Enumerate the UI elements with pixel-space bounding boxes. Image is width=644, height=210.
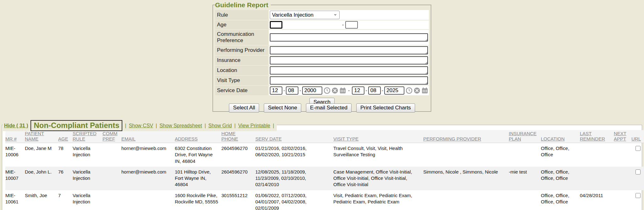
- cell-provider: [423, 143, 509, 167]
- age-to-input[interactable]: [345, 21, 358, 29]
- cell-location: Office, Office, Office, Office: [541, 190, 580, 210]
- cell-insurance: [509, 190, 541, 210]
- cell-provider: Simmons, Nicole , Simmons, Nicole: [423, 167, 509, 190]
- calendar-icon[interactable]: [422, 87, 428, 94]
- cell-next: [614, 190, 631, 210]
- patient-row: MIE-10061Smith, Joe7Varicella Injection1…: [5, 190, 644, 210]
- email-selected-button[interactable]: E-mail Selected: [306, 103, 352, 113]
- sort-link-age[interactable]: AGE: [58, 136, 68, 141]
- sort-link-mr[interactable]: MR #: [5, 136, 17, 141]
- location-label: Location: [215, 66, 268, 75]
- service-date-from-month[interactable]: [270, 86, 282, 95]
- sort-link-phone[interactable]: HOME PHONE: [221, 131, 238, 141]
- calendar-icon[interactable]: [340, 87, 346, 94]
- sort-link-email[interactable]: EMAIL: [121, 136, 136, 141]
- visit-type-input[interactable]: [270, 76, 428, 85]
- column-header-mr: MR #: [5, 130, 25, 143]
- column-header-next: NEXT APPT: [614, 130, 631, 143]
- selection-actions: Select All Select None E-mail Selected P…: [213, 103, 431, 113]
- row-select-checkbox[interactable]: [636, 193, 641, 198]
- service-date-to-day[interactable]: [368, 86, 381, 95]
- cell-age: 7: [58, 190, 73, 210]
- cell-insurance: [509, 143, 541, 167]
- clear-date-icon[interactable]: [414, 87, 420, 94]
- location-row: Location: [215, 66, 429, 75]
- patients-table: MR #PATIENT NAMEAGESCRIPTED RULECOMM PRE…: [5, 130, 644, 210]
- cell-visit: Visit, Pediatric Exam, Pediatric Exam, P…: [333, 190, 423, 210]
- cell-mr: MIE-10006: [5, 143, 25, 167]
- hide-count-link[interactable]: Hide ( 31 ): [4, 123, 28, 129]
- print-selected-charts-button[interactable]: Print Selected Charts: [356, 103, 415, 113]
- row-select-checkbox[interactable]: [636, 169, 641, 174]
- cell-address: 6302 Constitution Drive, Fort Wayne IN, …: [175, 143, 221, 167]
- select-none-button[interactable]: Select None: [264, 103, 301, 113]
- view-printable-link[interactable]: View Printable: [238, 123, 270, 129]
- column-header-insurance: INSURANCE PLAN: [509, 130, 541, 143]
- sort-link-rule[interactable]: SCRIPTED RULE: [73, 131, 97, 141]
- clock-icon[interactable]: [406, 87, 412, 94]
- cell-insurance: -mie test: [509, 167, 541, 190]
- cell-serv: 12/08/2025, 11/18/2009, 11/23/2009, 02/1…: [255, 167, 333, 190]
- column-header-name: PATIENT NAME: [25, 130, 58, 143]
- comm-pref-row: Communication Preference: [215, 30, 429, 45]
- show-grid-link[interactable]: Show Grid: [208, 123, 232, 129]
- cell-email: [121, 190, 175, 210]
- sort-link-visit[interactable]: VISIT TYPE: [333, 136, 358, 141]
- sort-link-last[interactable]: LAST REMINDER: [580, 131, 605, 141]
- cell-age: 78: [58, 143, 73, 167]
- comm-pref-input[interactable]: [270, 33, 428, 41]
- cell-age: 76: [58, 167, 73, 190]
- sort-link-address[interactable]: ADDRESS: [175, 136, 198, 141]
- link-separator: |: [234, 123, 236, 129]
- column-header-provider: PERFORMING PROVIDER: [423, 130, 509, 143]
- rule-select[interactable]: Varicella Injection: [270, 11, 340, 19]
- guideline-report-form: Guideline Report Rule Varicella Injectio…: [213, 1, 431, 112]
- sort-link-location[interactable]: LOCATION: [541, 136, 565, 141]
- sort-link-serv[interactable]: SERV DATE: [255, 136, 282, 141]
- sort-link-url[interactable]: URL: [631, 136, 641, 141]
- patients-section-header: Hide ( 31 ) Non-Compliant Patients | Sho…: [3, 120, 277, 131]
- visit-type-label: Visit Type: [215, 76, 268, 85]
- sort-link-insurance[interactable]: INSURANCE PLAN: [509, 131, 536, 141]
- sort-link-next[interactable]: NEXT APPT: [614, 131, 626, 141]
- service-date-from-year[interactable]: [302, 86, 322, 95]
- insurance-input[interactable]: [270, 56, 428, 64]
- row-select-checkbox[interactable]: [636, 146, 641, 151]
- cell-email: horner@mieweb.com: [121, 167, 175, 190]
- service-date-from-day[interactable]: [286, 86, 298, 95]
- service-date-to-year[interactable]: [384, 86, 404, 95]
- cell-next: [614, 167, 631, 190]
- clear-date-icon[interactable]: [332, 87, 338, 94]
- performing-provider-input[interactable]: [270, 46, 428, 54]
- comm-pref-label: Communication Preference: [215, 30, 268, 45]
- cell-last: [580, 167, 614, 190]
- column-header-location: LOCATION: [541, 130, 580, 143]
- cell-rule: Varicella Injection: [73, 143, 103, 167]
- sort-link-provider[interactable]: PERFORMING PROVIDER: [423, 136, 481, 141]
- show-csv-link[interactable]: Show CSV: [129, 123, 153, 129]
- show-spreadsheet-link[interactable]: Show Spreadsheet: [159, 123, 202, 129]
- date-sep: -: [299, 88, 301, 93]
- column-header-comm: COMM PREF: [103, 130, 121, 143]
- cell-provider: [423, 190, 509, 210]
- patient-row: MIE-10007Doe, John L.76Varicella Injecti…: [5, 167, 644, 190]
- sort-link-name[interactable]: PATIENT NAME: [25, 131, 44, 141]
- cell-last: 04/28/2011: [580, 190, 614, 210]
- patients-table-body: MIE-10006Doe, Jane M78Varicella Injectio…: [5, 143, 644, 210]
- cell-comm: [103, 190, 121, 210]
- column-header-url: URL: [631, 130, 644, 143]
- sort-link-comm[interactable]: COMM PREF: [103, 131, 118, 141]
- visit-type-row: Visit Type: [215, 76, 429, 85]
- section-title: Non-Compliant Patients: [34, 121, 119, 130]
- cell-phone: 3015551212: [221, 190, 255, 210]
- select-all-button[interactable]: Select All: [229, 103, 259, 113]
- column-header-serv: SERV DATE: [255, 130, 333, 143]
- cell-url: [631, 143, 644, 167]
- column-header-phone: HOME PHONE: [221, 130, 255, 143]
- cell-visit: Case Management, Office Visit-Initial, O…: [333, 167, 423, 190]
- age-from-input[interactable]: [270, 21, 282, 29]
- service-date-to-month[interactable]: [352, 86, 364, 95]
- location-input[interactable]: [270, 66, 428, 75]
- clock-icon[interactable]: [324, 87, 330, 94]
- column-header-age: AGE: [58, 130, 73, 143]
